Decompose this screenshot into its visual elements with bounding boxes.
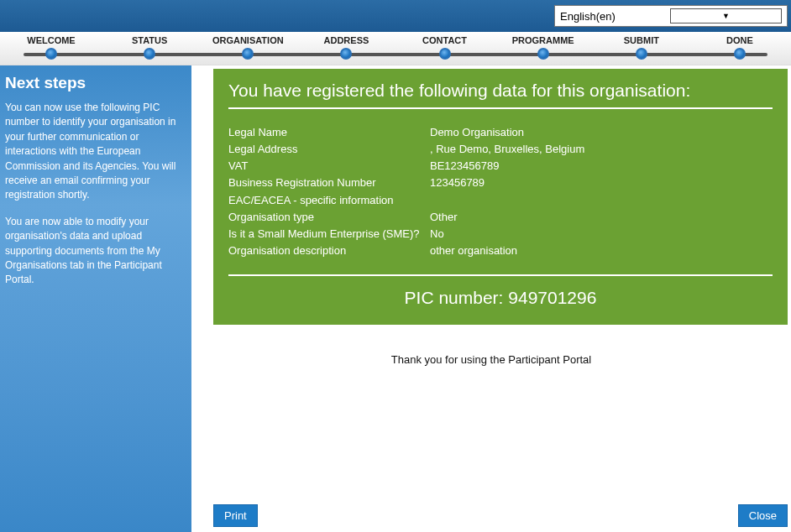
summary-heading: You have registered the following data f…	[228, 81, 773, 101]
wizard-label: ADDRESS	[324, 35, 369, 45]
thank-you-text: Thank you for using the Participant Port…	[191, 353, 791, 366]
field-label: Organisation description	[228, 243, 430, 259]
sidebar: Next steps You can now use the following…	[0, 65, 191, 532]
field-value: Other	[430, 209, 773, 226]
wizard-label: STATUS	[132, 35, 167, 45]
wizard-dot	[340, 48, 352, 60]
wizard-nav: WELCOME STATUS ORGANISATION ADDRESS CONT…	[0, 32, 791, 65]
wizard-step-contact[interactable]: CONTACT	[407, 35, 483, 60]
wizard-label: DONE	[726, 35, 753, 45]
field-row: EAC/EACEA - specific information	[228, 192, 773, 209]
wizard-step-organisation[interactable]: ORGANISATION	[210, 35, 285, 60]
wizard-dot	[242, 48, 254, 60]
divider	[228, 274, 773, 276]
field-value: Demo Organisation	[430, 124, 773, 141]
field-row: Legal Name Demo Organisation	[228, 124, 773, 141]
wizard-dot	[45, 48, 57, 60]
field-label: Business Registration Number	[228, 175, 430, 191]
wizard-step-status[interactable]: STATUS	[112, 35, 187, 60]
close-button[interactable]: Close	[738, 504, 788, 527]
field-row: Organisation type Other	[228, 209, 773, 226]
wizard-label: WELCOME	[27, 35, 75, 45]
wizard-label: SUBMIT	[624, 35, 659, 45]
wizard-label: PROGRAMME	[512, 35, 574, 45]
wizard-dot	[734, 48, 746, 60]
wizard-step-programme[interactable]: PROGRAMME	[506, 35, 581, 60]
language-selected: English(en)	[560, 10, 670, 23]
language-select[interactable]: English(en) ▼	[554, 5, 788, 27]
wizard-dot	[636, 48, 647, 60]
field-row: Business Registration Number 123456789	[228, 175, 773, 191]
wizard-step-address[interactable]: ADDRESS	[308, 35, 384, 60]
wizard-label: ORGANISATION	[212, 35, 284, 45]
field-value: No	[430, 226, 773, 243]
chevron-down-icon: ▼	[670, 8, 782, 23]
field-label: Organisation type	[228, 209, 430, 226]
wizard-label: CONTACT	[422, 35, 467, 45]
field-value: other organisation	[430, 243, 773, 259]
pic-label: PIC number:	[405, 288, 504, 307]
pic-value: 949701296	[508, 288, 596, 307]
field-row: Organisation description other organisat…	[228, 243, 773, 259]
summary-fields: Legal Name Demo Organisation Legal Addre…	[228, 124, 773, 259]
top-bar: English(en) ▼	[0, 0, 791, 32]
button-bar: Print Close	[213, 504, 788, 527]
field-value: BE123456789	[430, 158, 773, 175]
wizard-dot	[537, 48, 549, 60]
summary-panel: You have registered the following data f…	[213, 69, 788, 325]
field-value: 123456789	[430, 175, 773, 191]
field-label: Legal Name	[228, 124, 430, 141]
pic-number-line: PIC number: 949701296	[228, 288, 773, 308]
divider	[228, 107, 773, 109]
field-label: Legal Address	[228, 141, 430, 158]
sidebar-title: Next steps	[5, 74, 186, 92]
wizard-dot	[144, 48, 155, 60]
wizard-dot	[439, 48, 451, 60]
wizard-step-welcome[interactable]: WELCOME	[13, 35, 89, 60]
field-label: EAC/EACEA - specific information	[228, 192, 430, 209]
field-row: Legal Address , Rue Demo, Bruxelles, Bel…	[228, 141, 773, 158]
sidebar-paragraph: You are now able to modify your organisa…	[5, 215, 186, 288]
field-row: VAT BE123456789	[228, 158, 773, 175]
main-panel: You have registered the following data f…	[191, 65, 791, 532]
field-value: , Rue Demo, Bruxelles, Belgium	[430, 141, 773, 158]
wizard-step-submit[interactable]: SUBMIT	[604, 35, 679, 60]
field-label: VAT	[228, 158, 430, 175]
field-label: Is it a Small Medium Enterprise (SME)?	[228, 226, 430, 243]
field-row: Is it a Small Medium Enterprise (SME)? N…	[228, 226, 773, 243]
field-value	[430, 192, 773, 209]
print-button[interactable]: Print	[213, 504, 258, 527]
wizard-step-done[interactable]: DONE	[702, 35, 778, 60]
sidebar-paragraph: You can now use the following PIC number…	[5, 101, 186, 203]
